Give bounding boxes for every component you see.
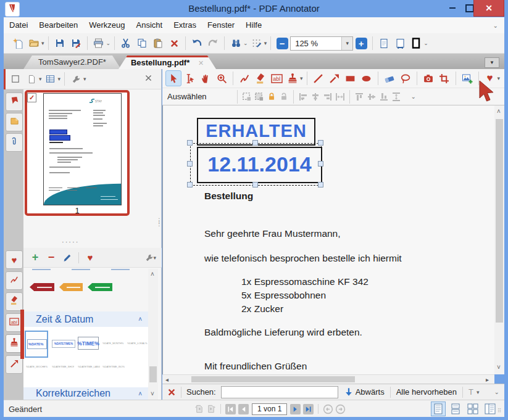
align-left-button[interactable]: [297, 91, 309, 103]
tab-bestellung[interactable]: Bestellung.pdf* ✕: [119, 56, 216, 69]
fit-page-button[interactable]: [377, 36, 391, 51]
panel-close-icon[interactable]: [144, 73, 152, 84]
selection-handle-e[interactable]: [318, 161, 323, 167]
align-right-button[interactable]: [322, 91, 334, 103]
tab-pen-presets[interactable]: [6, 271, 23, 290]
document-hscrollbar[interactable]: ◂ ▸: [162, 374, 494, 384]
tab-tomsawyer[interactable]: TomSawyer2.PDF*: [23, 56, 121, 69]
text-tool-button[interactable]: abl: [269, 70, 285, 86]
menu-ansicht[interactable]: Ansicht: [131, 17, 169, 33]
date-stamp-annotation[interactable]: 12.11.2014: [197, 147, 322, 183]
selection-handle-n[interactable]: [252, 140, 258, 146]
thumbnail-view-button[interactable]: [43, 72, 58, 86]
favorites-dropdown-icon[interactable]: ▾: [498, 75, 501, 81]
next-page-button[interactable]: [290, 404, 301, 414]
open-file-button[interactable]: [27, 36, 41, 51]
unlock-button[interactable]: [278, 91, 290, 103]
stamp-item-label[interactable]: %DATE_WOCHE%: [26, 365, 48, 368]
title-bar[interactable]: Bestellung.pdf* - PDF Annotator ✕: [0, 0, 508, 17]
pan-tool-button[interactable]: [198, 70, 214, 86]
page-select-checkbox[interactable]: ✓: [27, 93, 36, 102]
distribute-h-button[interactable]: [334, 91, 346, 103]
align-top-button[interactable]: [353, 91, 365, 103]
section-zeit-datum[interactable]: Zeit & Datum˄: [23, 311, 148, 327]
select-all-annotations-button[interactable]: [241, 91, 253, 103]
last-page-button[interactable]: [303, 404, 314, 414]
match-case-button[interactable]: T: [468, 387, 473, 397]
rectangle-tool-button[interactable]: [343, 70, 359, 86]
selection-handle-w[interactable]: [187, 161, 193, 167]
page-thumbnail-preview[interactable]: STAHL: [43, 93, 122, 205]
single-page-view-button[interactable]: [431, 401, 446, 416]
zoom-combobox[interactable]: 125 % ▾: [290, 36, 353, 51]
delete-button[interactable]: [167, 36, 181, 51]
print-button[interactable]: [91, 36, 106, 51]
menu-bearbeiten[interactable]: Bearbeiten: [33, 17, 83, 33]
zoom-in-button[interactable]: +: [354, 36, 369, 51]
ellipse-tool-button[interactable]: [359, 70, 375, 86]
search-down-icon[interactable]: [344, 387, 353, 397]
menu-werkzeug[interactable]: Werkzeug: [83, 17, 130, 33]
add-stamp-button[interactable]: +: [28, 250, 43, 265]
paste-button[interactable]: [151, 36, 165, 51]
zoom-out-button[interactable]: −: [275, 36, 289, 51]
panel-settings-dropdown-icon[interactable]: ▾: [83, 76, 86, 82]
stamp-banner-green[interactable]: [88, 283, 112, 291]
snap-grid-button[interactable]: [249, 36, 264, 51]
select-mode-label[interactable]: Auswählen: [167, 92, 207, 101]
document-hscrollbar-thumb[interactable]: [191, 376, 355, 382]
close-button[interactable]: ✕: [473, 0, 504, 17]
invert-selection-button[interactable]: [253, 91, 265, 103]
search-input[interactable]: [221, 386, 338, 398]
panel-settings-button[interactable]: [69, 72, 83, 86]
edit-stamp-button[interactable]: [60, 250, 75, 265]
open-dropdown-icon[interactable]: ▾: [41, 40, 44, 46]
tab-annotations[interactable]: [6, 113, 23, 131]
stamp-banner-orange[interactable]: [59, 283, 83, 291]
document-vscrollbar-thumb[interactable]: [496, 119, 503, 323]
next-annotation-button[interactable]: [205, 403, 217, 415]
align-bottom-button[interactable]: [378, 91, 390, 103]
arrow-annotation-button[interactable]: [327, 70, 343, 86]
select-pages-button[interactable]: [8, 72, 23, 86]
save-button[interactable]: [52, 36, 67, 51]
stamps-settings-button[interactable]: ▾: [145, 253, 157, 262]
searchbar-chevron-icon[interactable]: ⌄: [494, 389, 499, 395]
menubar-chevron-icon[interactable]: ⌄: [493, 22, 498, 29]
document-vscrollbar[interactable]: ˄ ˅: [494, 105, 504, 374]
print-dropdown-icon[interactable]: ⌄: [106, 40, 111, 46]
pen-tool-button[interactable]: [236, 70, 252, 86]
align-middle-button[interactable]: [365, 91, 378, 103]
book-view-button[interactable]: [483, 401, 498, 416]
document-page[interactable]: ERHALTEN 12.11.2014 Bestellung Sehr geeh…: [162, 105, 494, 374]
page-layout-button[interactable]: [409, 36, 423, 51]
page-actions-dropdown-icon[interactable]: ▾: [39, 76, 42, 82]
page-indicator[interactable]: 1 von 1: [252, 403, 287, 415]
stamp-banner-red[interactable]: [30, 283, 54, 291]
minimize-button[interactable]: [444, 0, 460, 16]
splitter-handle[interactable]: ·····: [62, 238, 79, 245]
tab-favorite-stamps[interactable]: ♥: [6, 250, 23, 269]
first-page-button[interactable]: [225, 404, 236, 414]
stamp-item-date-selected[interactable]: %DATE%: [25, 331, 48, 358]
menu-hilfe[interactable]: Hilfe: [240, 17, 267, 33]
stamp-dropdown-icon[interactable]: ▾: [300, 75, 303, 81]
fit-width-button[interactable]: [393, 36, 407, 51]
stamp-item-label[interactable]: %DATE_LOKAL%: [127, 342, 149, 345]
menu-fenster[interactable]: Fenster: [202, 17, 240, 33]
close-search-icon[interactable]: [167, 388, 176, 397]
zoom-tool-button[interactable]: [214, 70, 230, 86]
facing-pages-view-button[interactable]: [465, 401, 480, 416]
stamp-item-time[interactable]: %TIME%: [78, 337, 99, 350]
tab-attachments[interactable]: [6, 133, 23, 152]
stamp-tool-button[interactable]: [285, 70, 301, 86]
crop-tool-button[interactable]: [436, 70, 452, 86]
find-dropdown-icon[interactable]: ⌄: [243, 40, 248, 46]
tab-marker-presets[interactable]: [6, 292, 23, 311]
panel-resize-grip[interactable]: ⋮⋮: [156, 219, 162, 225]
tab-list-dropdown[interactable]: ▼: [485, 57, 499, 68]
lock-button[interactable]: [265, 91, 278, 103]
tab-close-icon[interactable]: ✕: [198, 59, 204, 67]
thumbnail-view-dropdown-icon[interactable]: ▾: [58, 76, 61, 82]
page-layout-dropdown-icon[interactable]: ⌄: [423, 40, 428, 46]
